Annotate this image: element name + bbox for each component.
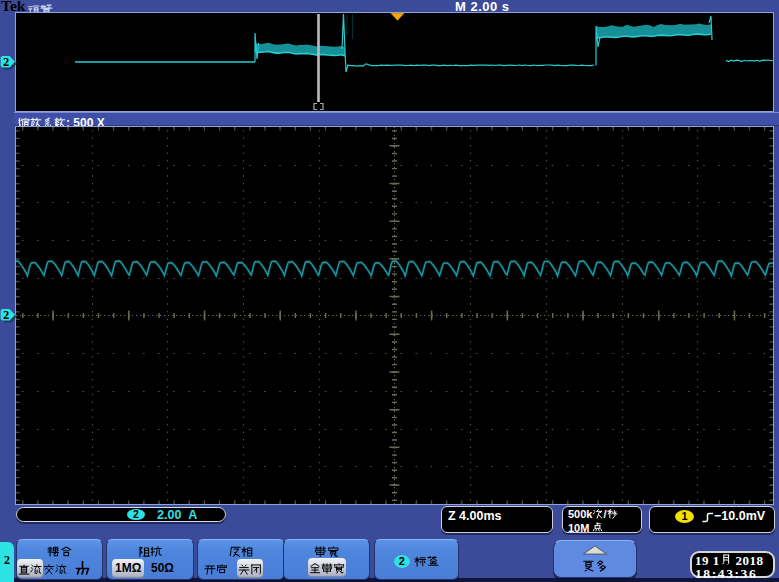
svg-text:2: 2 bbox=[3, 308, 9, 322]
svg-text:2: 2 bbox=[3, 55, 9, 69]
